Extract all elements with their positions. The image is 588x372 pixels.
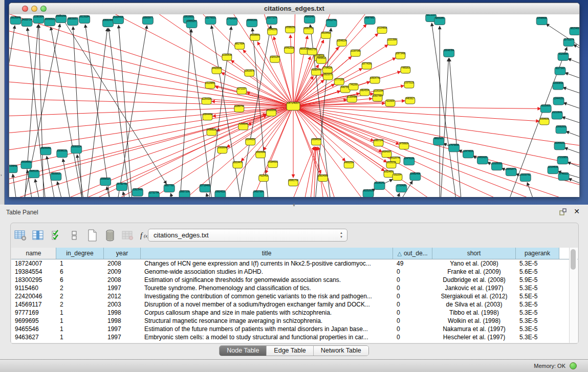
- graph-node[interactable]: 16136141: [374, 182, 385, 189]
- table-row[interactable]: 911546021997Tourette syndrome. Phenomeno…: [11, 284, 578, 292]
- graph-node[interactable]: 12213987: [387, 38, 398, 45]
- graph-node[interactable]: 9227343: [555, 67, 565, 75]
- graph-node[interactable]: 746266: [349, 83, 358, 90]
- graph-node[interactable]: 21364486: [347, 96, 357, 102]
- graph-node[interactable]: 10655257: [186, 20, 197, 28]
- graph-node[interactable]: 16961703: [303, 27, 314, 34]
- graph-node[interactable]: 9815460: [570, 27, 579, 35]
- graph-node[interactable]: 16844490: [203, 113, 213, 120]
- graph-node[interactable]: 10958117: [100, 178, 111, 185]
- graph-node[interactable]: 16252918: [363, 189, 374, 197]
- float-panel-icon[interactable]: [559, 208, 567, 215]
- graph-node[interactable]: 7264544: [238, 123, 248, 129]
- network-view[interactable]: 1872400714662554158249501696170876254021…: [9, 14, 579, 197]
- graph-node[interactable]: 8215955: [540, 104, 551, 112]
- graph-node[interactable]: 1733426: [396, 184, 407, 192]
- graph-node[interactable]: 6794028: [322, 67, 332, 73]
- graph-node[interactable]: 13375125: [404, 81, 414, 88]
- graph-node[interactable]: 16210643: [552, 111, 562, 119]
- table-row[interactable]: 1872400712008Changes of HCN gene express…: [11, 259, 578, 268]
- table-row[interactable]: 946362711997Embryonic stem cells: a mode…: [11, 333, 578, 341]
- graph-node[interactable]: 1554609: [539, 118, 549, 124]
- graph-node[interactable]: 9862920: [433, 137, 444, 145]
- graph-node[interactable]: 13201264: [270, 56, 280, 62]
- graph-node[interactable]: 11254399: [202, 98, 212, 104]
- column-header-out_degree[interactable]: △out_de...: [393, 248, 432, 259]
- graph-node[interactable]: 19384554: [311, 138, 321, 145]
- graph-node[interactable]: 16914479: [232, 161, 243, 168]
- import-table-icon[interactable]: [121, 229, 135, 242]
- window-titlebar[interactable]: citations_edges.txt: [9, 3, 579, 15]
- graph-node[interactable]: 13129861: [205, 82, 215, 89]
- graph-node[interactable]: 2687682: [364, 16, 375, 24]
- graph-node[interactable]: 15824950: [318, 174, 328, 181]
- graph-node[interactable]: 16344557: [245, 138, 255, 145]
- graph-node[interactable]: 9756928: [399, 142, 409, 149]
- graph-node[interactable]: 3824554: [360, 89, 369, 96]
- graph-node[interactable]: 15909948: [217, 146, 227, 153]
- graph-node[interactable]: 18724007: [287, 101, 300, 110]
- graph-node[interactable]: 18807249: [374, 139, 384, 146]
- west-panel-handle[interactable]: ›: [1, 173, 2, 178]
- graph-node[interactable]: 12923465: [132, 188, 143, 196]
- graph-node[interactable]: 12200538: [222, 54, 232, 60]
- table-row[interactable]: 2242004622012Investigating the contribut…: [11, 292, 578, 300]
- graph-node[interactable]: 9203281: [434, 17, 445, 25]
- graph-node[interactable]: 18300295: [266, 109, 276, 116]
- table-selector-dropdown[interactable]: citations_edges.txt ▲▼: [148, 229, 347, 242]
- graph-node[interactable]: 19136846: [10, 16, 21, 24]
- graph-node[interactable]: 15184503: [268, 161, 278, 167]
- column-visibility-icon[interactable]: [32, 229, 45, 242]
- graph-node[interactable]: 17464081: [227, 17, 237, 25]
- graph-node[interactable]: 18839057: [68, 17, 78, 25]
- graph-node[interactable]: 14988222: [207, 128, 217, 135]
- graph-node[interactable]: 18262071: [506, 168, 516, 176]
- graph-node[interactable]: 10507487: [373, 95, 383, 101]
- graph-node[interactable]: 10604743: [370, 77, 380, 83]
- graph-node[interactable]: 6961758: [307, 48, 317, 55]
- select-rows-icon[interactable]: [50, 229, 63, 242]
- graph-node[interactable]: 16961708: [288, 179, 298, 186]
- graph-node[interactable]: 12093832: [553, 82, 563, 90]
- graph-node[interactable]: 16462526: [284, 47, 294, 53]
- graph-node[interactable]: 24055724: [21, 18, 32, 26]
- graph-node[interactable]: 16008661: [250, 34, 260, 40]
- graph-node[interactable]: 10024343: [255, 151, 266, 158]
- new-table-icon[interactable]: [85, 229, 99, 242]
- delete-table-icon[interactable]: [103, 229, 117, 242]
- graph-node[interactable]: 15098131: [57, 149, 68, 157]
- graph-node[interactable]: 6990444: [311, 69, 321, 75]
- graph-node[interactable]: 19136842: [9, 165, 17, 172]
- graph-node[interactable]: 15940294: [56, 15, 67, 23]
- graph-node[interactable]: 11283794: [234, 105, 245, 112]
- graph-node[interactable]: 15718485: [200, 184, 210, 192]
- graph-node[interactable]: 9329966: [558, 53, 569, 60]
- graph-node[interactable]: 252254: [393, 173, 402, 180]
- table-row[interactable]: 1938455462009Genome-wide association stu…: [11, 268, 578, 276]
- graph-node[interactable]: 11731794: [148, 191, 159, 197]
- graph-node[interactable]: 11077374: [267, 16, 277, 24]
- graph-node[interactable]: 9857791: [164, 184, 175, 192]
- table-row[interactable]: 946554611997Estimation of the future num…: [11, 325, 578, 333]
- graph-node[interactable]: 7485063: [401, 67, 410, 73]
- tab-network-table[interactable]: Network Table: [314, 346, 368, 356]
- graph-node[interactable]: 10548104: [337, 39, 347, 46]
- graph-node[interactable]: 18957206: [179, 190, 190, 197]
- graph-node[interactable]: 10588253: [285, 26, 295, 33]
- graph-node[interactable]: 12444151: [553, 97, 564, 105]
- graph-node[interactable]: 15030762: [520, 173, 531, 181]
- column-header-in_degree[interactable]: in_degree: [56, 248, 104, 259]
- graph-node[interactable]: 15093514: [71, 145, 82, 153]
- graph-node[interactable]: 9619452: [321, 32, 331, 38]
- column-header-title[interactable]: title: [141, 248, 393, 259]
- graph-node[interactable]: 8817694: [235, 42, 245, 49]
- network-canvas[interactable]: 1872400714662554158249501696170876254021…: [9, 14, 579, 197]
- graph-node[interactable]: 5905135: [29, 170, 39, 178]
- close-panel-icon[interactable]: ✕: [574, 207, 580, 215]
- column-header-short[interactable]: short: [432, 248, 516, 259]
- graph-node[interactable]: 20036652: [21, 161, 32, 168]
- graph-node[interactable]: 16782759: [116, 183, 127, 190]
- graph-node[interactable]: 8583043: [304, 15, 315, 23]
- graph-node[interactable]: 14420099: [211, 67, 222, 74]
- graph-node[interactable]: 14607964: [253, 190, 264, 197]
